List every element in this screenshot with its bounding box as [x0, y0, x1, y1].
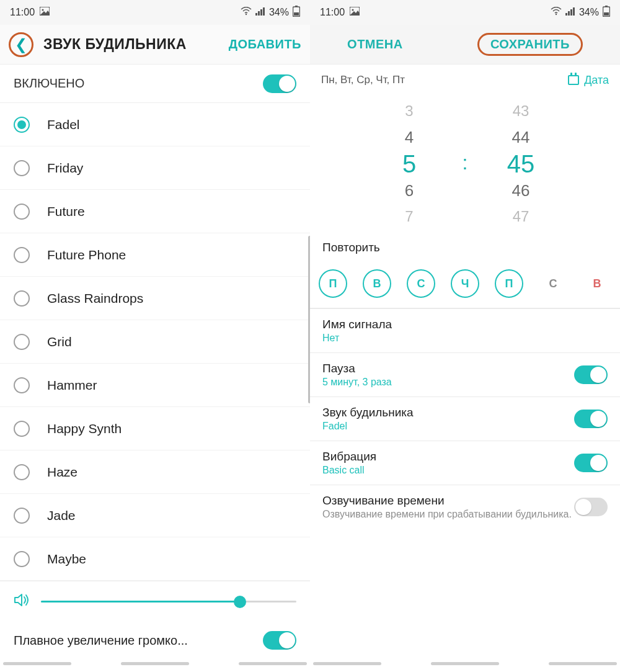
- wheel-cell[interactable]: 3: [405, 99, 413, 123]
- cancel-button[interactable]: ОТМЕНА: [347, 37, 403, 52]
- nav-bar: [0, 662, 310, 672]
- wheel-cell[interactable]: 4: [405, 125, 414, 149]
- alarm-sound-section[interactable]: Звук будильника Fadel: [310, 396, 620, 441]
- sound-item[interactable]: Friday: [0, 146, 310, 190]
- signal-icon: [565, 7, 575, 18]
- radio-icon[interactable]: [14, 290, 30, 307]
- radio-icon[interactable]: [14, 421, 30, 437]
- radio-icon[interactable]: [14, 508, 30, 524]
- radio-icon[interactable]: [14, 204, 30, 220]
- sound-name: Fadel: [47, 117, 80, 132]
- sound-item[interactable]: Maybe: [0, 537, 310, 581]
- time-picker[interactable]: 34567 : 4344454647: [310, 96, 620, 232]
- days-summary: Пн, Вт, Ср, Чт, Пт: [321, 74, 405, 86]
- sound-list[interactable]: FadelFridayFutureFuture PhoneGlass Raind…: [0, 103, 310, 581]
- gradual-toggle[interactable]: [263, 631, 296, 650]
- alarm-sound-toggle[interactable]: [574, 410, 608, 428]
- radio-icon[interactable]: [14, 377, 30, 393]
- vibration-section[interactable]: Вибрация Basic call: [310, 441, 620, 485]
- sound-item[interactable]: Jade: [0, 494, 310, 537]
- battery-icon: [293, 6, 300, 19]
- day-chip[interactable]: С: [407, 269, 435, 298]
- sound-name: Haze: [47, 465, 78, 480]
- battery-icon: [603, 6, 610, 19]
- radio-icon[interactable]: [14, 464, 30, 480]
- svg-rect-15: [570, 9, 572, 16]
- nav-recent[interactable]: [3, 662, 71, 665]
- nav-home[interactable]: [121, 662, 189, 665]
- time-announce-section[interactable]: Озвучивание времени Озвучивание времени …: [310, 485, 620, 529]
- wheel-cell[interactable]: 45: [507, 151, 535, 176]
- date-button[interactable]: Дата: [568, 74, 609, 87]
- sound-item[interactable]: Hammer: [0, 364, 310, 407]
- enabled-label: ВКЛЮЧЕНО: [14, 76, 84, 91]
- header-alarm-sound: ❮ ЗВУК БУДИЛЬНИКА ДОБАВИТЬ: [0, 25, 310, 65]
- wheel-cell[interactable]: 5: [402, 151, 416, 176]
- sound-name: Hammer: [47, 378, 97, 393]
- snooze-toggle[interactable]: [574, 365, 608, 384]
- radio-icon[interactable]: [14, 160, 30, 176]
- svg-point-11: [352, 9, 354, 11]
- battery-percent: 34%: [269, 7, 289, 18]
- hour-wheel[interactable]: 34567: [372, 99, 446, 228]
- alarm-name-section[interactable]: Имя сигнала Нет: [310, 308, 620, 352]
- radio-icon[interactable]: [14, 117, 30, 133]
- nav-back[interactable]: [549, 662, 617, 665]
- wheel-cell[interactable]: 46: [512, 179, 530, 202]
- volume-icon: [14, 593, 30, 611]
- day-chip[interactable]: П: [319, 269, 347, 298]
- sound-item[interactable]: Future Phone: [0, 233, 310, 277]
- svg-point-12: [556, 14, 557, 15]
- save-button[interactable]: СОХРАНИТЬ: [477, 33, 583, 56]
- svg-rect-3: [255, 13, 257, 16]
- day-chip[interactable]: В: [583, 269, 611, 298]
- minute-wheel[interactable]: 4344454647: [484, 99, 558, 228]
- enabled-toggle[interactable]: [263, 74, 296, 93]
- vibration-toggle[interactable]: [574, 454, 608, 472]
- svg-rect-13: [565, 13, 567, 16]
- sound-name: Friday: [47, 161, 83, 176]
- date-label: Дата: [584, 74, 609, 87]
- sound-item[interactable]: Future: [0, 190, 310, 233]
- phone-left: 11:00 34% ❮ ЗВУК БУДИЛЬНИКА ДОБАВИТЬ ВКЛ…: [0, 0, 310, 672]
- nav-recent[interactable]: [313, 662, 381, 665]
- radio-icon[interactable]: [14, 247, 30, 263]
- enabled-row: ВКЛЮЧЕНО: [0, 65, 310, 103]
- alarm-name-title: Имя сигнала: [322, 318, 608, 331]
- wifi-icon: [241, 7, 252, 18]
- gradual-row[interactable]: Плавное увеличение громко...: [0, 622, 310, 659]
- wheel-cell[interactable]: 7: [405, 205, 413, 228]
- wheel-cell[interactable]: 43: [513, 99, 529, 123]
- vibration-title: Вибрация: [322, 450, 574, 464]
- radio-icon[interactable]: [14, 551, 30, 567]
- back-icon[interactable]: ❮: [15, 36, 27, 53]
- time-colon: :: [463, 151, 468, 174]
- sound-item[interactable]: Haze: [0, 450, 310, 494]
- time-announce-title: Озвучивание времени: [322, 494, 574, 508]
- nav-back[interactable]: [239, 662, 307, 665]
- repeat-section: Повторить: [310, 232, 620, 264]
- nav-bar: [310, 662, 620, 672]
- calendar-icon: [568, 75, 579, 85]
- sound-item[interactable]: Glass Raindrops: [0, 277, 310, 320]
- wheel-cell[interactable]: 6: [405, 179, 414, 202]
- sound-item[interactable]: Grid: [0, 320, 310, 364]
- day-chip[interactable]: П: [495, 269, 523, 298]
- wheel-cell[interactable]: 44: [512, 125, 530, 149]
- volume-slider[interactable]: [41, 601, 296, 603]
- sound-item[interactable]: Happy Synth: [0, 407, 310, 450]
- snooze-section[interactable]: Пауза 5 минут, 3 раза: [310, 352, 620, 396]
- sound-name: Jade: [47, 508, 76, 523]
- day-chip[interactable]: С: [539, 269, 567, 298]
- day-chip[interactable]: В: [363, 269, 391, 298]
- add-button[interactable]: ДОБАВИТЬ: [229, 37, 301, 52]
- wheel-cell[interactable]: 47: [513, 205, 529, 228]
- sound-item[interactable]: Fadel: [0, 103, 310, 146]
- alarm-name-value: Нет: [322, 333, 608, 344]
- page-title: ЗВУК БУДИЛЬНИКА: [43, 36, 223, 53]
- status-time: 11:00: [320, 7, 345, 18]
- radio-icon[interactable]: [14, 334, 30, 350]
- day-chip[interactable]: Ч: [451, 269, 479, 298]
- nav-home[interactable]: [431, 662, 499, 665]
- time-announce-toggle[interactable]: [574, 498, 608, 516]
